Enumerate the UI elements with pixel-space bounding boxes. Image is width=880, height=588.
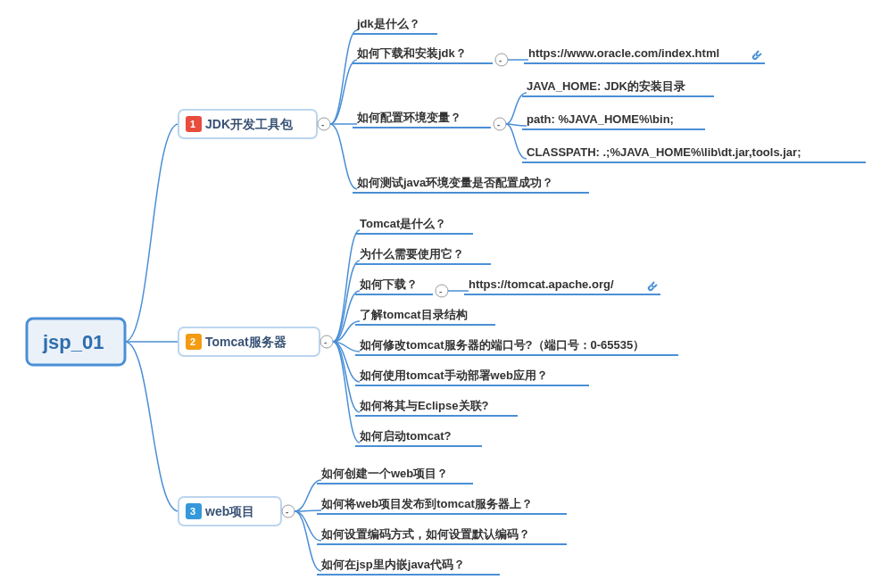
- connector: [125, 342, 178, 511]
- svg-text:-: -: [499, 55, 502, 65]
- svg-text:-: -: [324, 337, 327, 347]
- svg-text:-: -: [497, 120, 500, 129]
- leaf[interactable]: 如何启动tomcat?: [359, 429, 452, 443]
- connector: [125, 124, 178, 342]
- leaf-link[interactable]: https://tomcat.apache.org/: [469, 277, 614, 291]
- branch-2-label: Tomcat服务器: [205, 335, 286, 349]
- leaf[interactable]: 如何测试java环境变量是否配置成功？: [356, 176, 553, 189]
- leaf[interactable]: 为什么需要使用它？: [360, 247, 464, 261]
- leaf[interactable]: 如何将其与Eclipse关联?: [359, 399, 489, 412]
- svg-text:-: -: [286, 507, 288, 517]
- leaf[interactable]: CLASSPATH: .;%JAVA_HOME%\lib\dt.jar,tool…: [527, 145, 801, 159]
- badge-2-num: 2: [190, 336, 195, 347]
- leaf[interactable]: jdk是什么？: [356, 17, 420, 30]
- branch-1-label: JDK开发工具包: [205, 117, 294, 131]
- leaf[interactable]: 如何下载和安装jdk？: [356, 46, 467, 60]
- leaf[interactable]: 如何创建一个web项目？: [320, 467, 448, 480]
- leaf[interactable]: path: %JAVA_HOME%\bin;: [527, 112, 674, 126]
- leaf[interactable]: 了解tomcat目录结构: [360, 308, 468, 321]
- leaf[interactable]: 如何修改tomcat服务器的端口号?（端口号：0-65535）: [359, 338, 644, 352]
- leaf-link[interactable]: https://www.oracle.com/index.html: [528, 46, 719, 60]
- link-icon: [647, 281, 658, 292]
- leaf[interactable]: 如何下载？: [359, 277, 418, 291]
- mindmap: jsp_01 1 JDK开发工具包 - jdk是什么？ 如何下载和安装jdk？ …: [0, 0, 880, 588]
- badge-1-num: 1: [190, 119, 195, 129]
- badge-3-num: 3: [190, 506, 195, 517]
- branch-3-label: web项目: [204, 504, 254, 518]
- link-icon: [751, 50, 762, 61]
- svg-text:-: -: [321, 120, 324, 129]
- leaf[interactable]: 如何将web项目发布到tomcat服务器上？: [320, 497, 533, 510]
- leaf[interactable]: 如何使用tomcat手动部署web应用？: [359, 369, 548, 382]
- root-label: jsp_01: [42, 331, 104, 353]
- leaf[interactable]: Tomcat是什么？: [360, 217, 446, 230]
- leaf[interactable]: 如何配置环境变量？: [356, 111, 461, 124]
- leaf[interactable]: JAVA_HOME: JDK的安装目录: [527, 79, 685, 93]
- svg-text:-: -: [439, 286, 442, 296]
- leaf[interactable]: 如何设置编码方式，如何设置默认编码？: [320, 527, 530, 541]
- leaf[interactable]: 如何在jsp里内嵌java代码？: [320, 558, 465, 571]
